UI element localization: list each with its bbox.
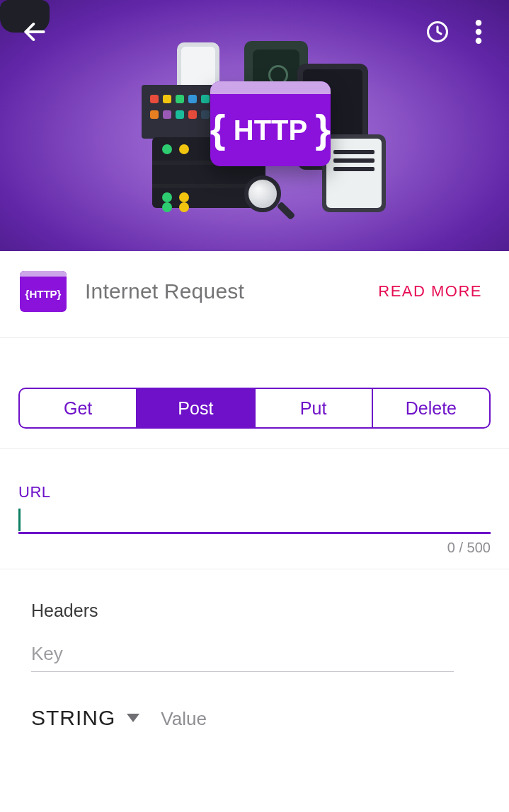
url-char-counter: 0 / 500 <box>18 540 491 556</box>
svg-point-4 <box>476 38 482 45</box>
dropdown-icon <box>127 714 139 722</box>
history-button[interactable] <box>413 13 462 51</box>
header-value-label: Value <box>161 708 207 734</box>
hero-banner: { HTTP } <box>0 0 509 251</box>
url-label: URL <box>18 483 491 501</box>
header-type-select[interactable]: STRING <box>31 706 139 734</box>
method-get[interactable]: Get <box>20 389 137 427</box>
method-segment-wrap: Get Post Put Delete <box>0 338 509 449</box>
http-method-segment: Get Post Put Delete <box>18 388 491 429</box>
read-more-link[interactable]: READ MORE <box>378 282 489 301</box>
arrow-left-icon <box>21 18 48 45</box>
back-button[interactable] <box>14 11 55 52</box>
header-key-input[interactable] <box>31 637 454 672</box>
text-caret <box>18 509 21 531</box>
svg-marker-5 <box>127 714 139 722</box>
svg-point-3 <box>476 29 482 35</box>
method-delete[interactable]: Delete <box>373 389 489 427</box>
headers-section: Headers STRING Value <box>0 569 509 734</box>
url-section: URL 0 / 500 <box>0 449 509 569</box>
headers-title: Headers <box>31 601 491 621</box>
title-row: {HTTP} Internet Request READ MORE <box>0 251 509 338</box>
url-input[interactable] <box>18 504 491 534</box>
method-post[interactable]: Post <box>137 389 255 427</box>
overflow-menu-button[interactable] <box>462 13 495 51</box>
header-type-label: STRING <box>31 706 115 730</box>
top-bar <box>0 0 509 64</box>
clock-icon <box>425 20 450 44</box>
http-icon: {HTTP} <box>20 271 67 312</box>
http-badge-text: HTTP <box>234 115 307 146</box>
more-vertical-icon <box>475 20 482 44</box>
method-put[interactable]: Put <box>256 389 373 427</box>
http-badge: { HTTP } <box>210 81 331 166</box>
page-title: Internet Request <box>85 279 360 303</box>
svg-point-2 <box>476 20 482 26</box>
